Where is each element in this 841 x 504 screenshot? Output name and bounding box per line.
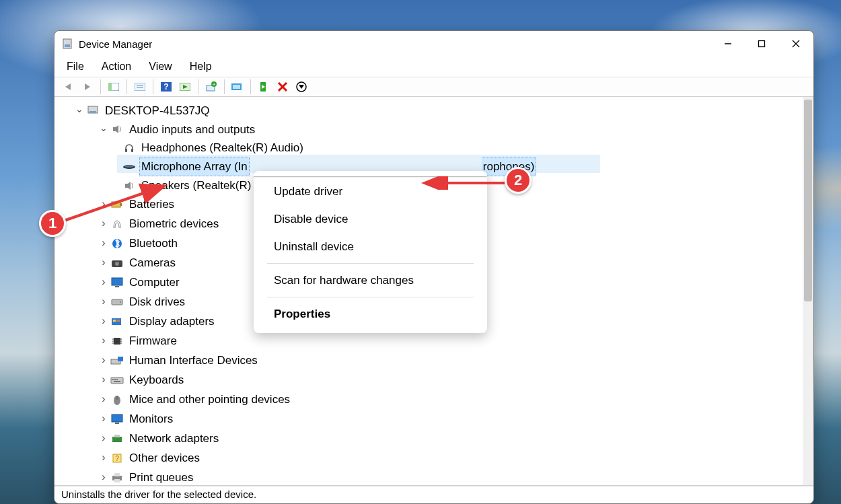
category-label: Cameras xyxy=(127,254,178,272)
svg-rect-47 xyxy=(116,320,120,322)
chevron-right-icon[interactable] xyxy=(98,292,110,312)
back-button[interactable] xyxy=(60,79,77,95)
chevron-right-icon[interactable] xyxy=(98,233,110,253)
enable-icon xyxy=(259,81,268,92)
scrollbar-thumb[interactable] xyxy=(804,100,812,301)
category-mice[interactable]: Mice and other pointing devices xyxy=(60,390,803,409)
category-other[interactable]: ?Other devices xyxy=(60,448,803,468)
chevron-right-icon[interactable] xyxy=(98,331,110,351)
category-network[interactable]: Network adapters xyxy=(60,429,803,448)
forward-button[interactable] xyxy=(79,79,96,95)
speaker-icon xyxy=(110,122,124,136)
scan-hardware-button[interactable] xyxy=(229,79,246,95)
menu-view[interactable]: View xyxy=(146,59,174,74)
svg-rect-60 xyxy=(116,379,118,380)
device-headphones[interactable]: Headphones (Realtek(R) Audio) xyxy=(60,139,803,157)
disable-device-button[interactable] xyxy=(293,79,310,95)
svg-rect-42 xyxy=(115,286,119,287)
back-icon xyxy=(63,82,75,92)
category-audio[interactable]: Audio inputs and outputs xyxy=(60,120,803,139)
svg-marker-7 xyxy=(85,83,90,90)
monitor-icon xyxy=(110,276,124,289)
chevron-right-icon[interactable] xyxy=(98,253,110,273)
svg-text:+: + xyxy=(213,81,216,87)
chevron-right-icon[interactable] xyxy=(98,273,110,292)
menu-action[interactable]: Action xyxy=(99,59,134,74)
chevron-down-icon[interactable] xyxy=(98,120,110,139)
uninstall-icon xyxy=(277,81,288,92)
category-keyboards[interactable]: Keyboards xyxy=(60,370,803,390)
minimize-button[interactable] xyxy=(711,31,745,57)
context-menu-disable-device[interactable]: Disable device xyxy=(254,205,487,233)
update-driver-button[interactable]: + xyxy=(203,79,220,95)
annotation-arrow-2 xyxy=(420,176,508,190)
properties-icon xyxy=(135,83,145,91)
hid-icon xyxy=(110,354,124,367)
action-button[interactable] xyxy=(176,79,194,95)
context-menu: Update driver Disable device Uninstall d… xyxy=(254,171,487,333)
vertical-scrollbar[interactable] xyxy=(803,97,813,485)
annotation-callout-1: 1 xyxy=(39,210,66,237)
chevron-right-icon[interactable] xyxy=(98,468,110,485)
unknown-device-icon: ? xyxy=(110,452,124,465)
network-icon xyxy=(110,432,124,445)
svg-rect-58 xyxy=(112,379,114,380)
category-firmware[interactable]: Firmware xyxy=(60,331,803,351)
svg-rect-46 xyxy=(113,320,116,322)
show-hide-console-tree-button[interactable] xyxy=(105,79,122,95)
keyboard-icon xyxy=(110,373,124,387)
chevron-right-icon[interactable] xyxy=(98,409,110,429)
chevron-right-icon[interactable] xyxy=(98,370,110,390)
chevron-right-icon[interactable] xyxy=(98,448,110,468)
app-icon xyxy=(61,38,73,50)
category-label: Bluetooth xyxy=(127,234,180,252)
window-title: Device Manager xyxy=(79,38,152,50)
category-monitors[interactable]: Monitors xyxy=(60,409,803,429)
panel-icon xyxy=(108,83,119,91)
display-adapter-icon xyxy=(110,315,124,328)
chevron-right-icon[interactable] xyxy=(98,390,110,409)
titlebar[interactable]: Device Manager xyxy=(54,31,813,57)
context-menu-properties[interactable]: Properties xyxy=(254,300,487,328)
svg-rect-67 xyxy=(114,435,120,437)
tree-root[interactable]: DESKTOP-4L537JQ xyxy=(60,101,803,120)
menu-file[interactable]: File xyxy=(64,59,87,74)
menu-help[interactable]: Help xyxy=(187,59,215,74)
chevron-down-icon[interactable] xyxy=(73,101,85,120)
svg-rect-1 xyxy=(65,44,70,47)
computer-icon xyxy=(85,104,100,117)
svg-rect-21 xyxy=(233,85,240,89)
headphones-icon xyxy=(122,141,137,155)
statusbar: Uninstalls the driver for the selected d… xyxy=(54,486,813,503)
enable-device-button[interactable] xyxy=(255,79,272,95)
chevron-right-icon[interactable] xyxy=(98,351,110,370)
uninstall-device-button[interactable] xyxy=(274,79,291,95)
category-print[interactable]: Print queues xyxy=(60,468,803,485)
context-menu-scan-hardware[interactable]: Scan for hardware changes xyxy=(254,266,487,294)
svg-rect-56 xyxy=(118,357,123,361)
svg-rect-59 xyxy=(114,379,116,380)
category-label: Disk drives xyxy=(127,293,187,311)
chevron-right-icon[interactable] xyxy=(98,429,110,448)
close-button[interactable] xyxy=(778,31,813,57)
maximize-button[interactable] xyxy=(745,31,778,57)
svg-rect-3 xyxy=(759,41,765,47)
root-label: DESKTOP-4L537JQ xyxy=(103,102,212,120)
help-button[interactable]: ? xyxy=(157,79,175,95)
svg-rect-61 xyxy=(114,381,120,382)
device-manager-window: Device Manager File Action View Help ? + xyxy=(54,30,814,504)
context-menu-uninstall-device[interactable]: Uninstall device xyxy=(254,233,487,260)
category-hid[interactable]: Human Interface Devices xyxy=(60,351,803,370)
svg-rect-72 xyxy=(114,479,120,482)
svg-point-44 xyxy=(120,301,121,303)
chevron-right-icon[interactable] xyxy=(98,312,110,331)
properties-button[interactable] xyxy=(131,79,149,95)
svg-marker-30 xyxy=(113,125,118,133)
svg-rect-48 xyxy=(114,338,120,345)
device-tree[interactable]: DESKTOP-4L537JQ Audio inputs and outputs… xyxy=(54,97,803,485)
device-label: Headphones (Realtek(R) Audio) xyxy=(139,139,305,157)
category-label: Firmware xyxy=(127,332,179,350)
category-label: Computer xyxy=(127,273,182,291)
microphone-device-icon xyxy=(122,160,137,174)
svg-marker-6 xyxy=(65,83,71,90)
